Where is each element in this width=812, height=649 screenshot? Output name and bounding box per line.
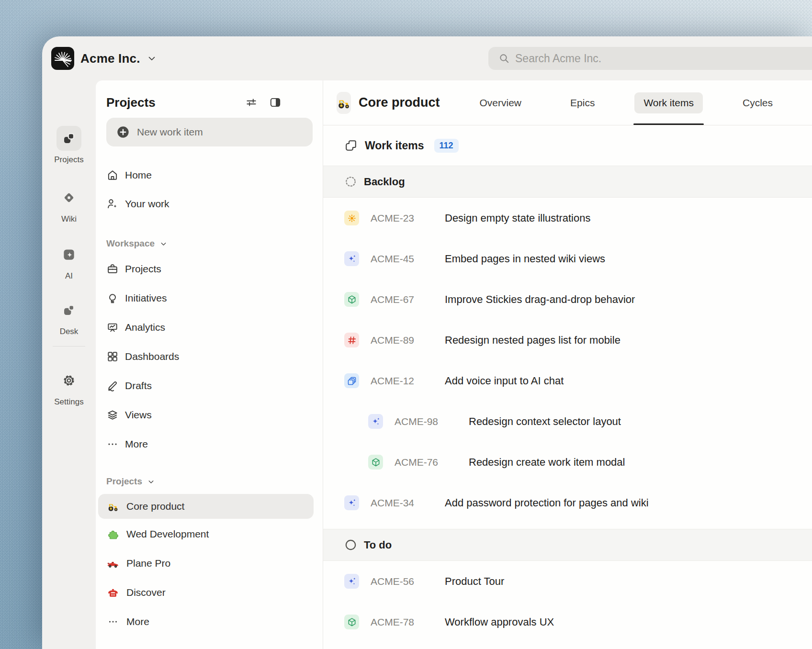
main-content: Core product OverviewEpicsWork itemsCycl… <box>323 80 812 649</box>
sidebar-item-drafts[interactable]: Drafts <box>96 375 323 396</box>
search-icon <box>498 53 510 64</box>
sidebar-project-label: Wed Development <box>126 528 209 540</box>
work-item-row[interactable]: ACME-67Improve Stickies drag-and-drop be… <box>323 279 812 320</box>
grid-icon <box>106 350 119 363</box>
work-item-row[interactable]: ACME-98Redesign context selector layout <box>323 401 812 442</box>
work-item-row[interactable]: ACME-78Workflow approvals UX <box>323 602 812 642</box>
pen-icon <box>106 380 119 392</box>
group-header-to-do[interactable]: To do <box>323 529 812 561</box>
new-work-item-button[interactable]: New work item <box>106 118 313 146</box>
puzzle-emoji <box>106 528 120 540</box>
home-icon <box>106 169 119 181</box>
work-item-title: Redesign context selector layout <box>469 415 621 428</box>
group-label: Backlog <box>364 176 405 188</box>
sidebar-project-label: Core product <box>126 501 184 512</box>
work-item-row[interactable]: ACME-12Add voice input to AI chat <box>323 360 812 401</box>
sun-type-icon <box>344 211 359 225</box>
content-panel: Projects New work item HomeYour workWork… <box>96 80 812 649</box>
workspace-switcher[interactable]: Acme Inc. <box>51 47 157 70</box>
cube-type-icon <box>368 455 383 470</box>
sidebar-item-home[interactable]: Home <box>96 165 323 186</box>
rail-item-label: Wiki <box>61 214 77 224</box>
rail-item-wiki[interactable]: Wiki <box>42 185 96 224</box>
project-emoji-tile <box>337 92 351 114</box>
search-placeholder: Search Acme Inc. <box>515 52 601 65</box>
sidebar-title: Projects <box>106 95 156 110</box>
ai-tile-icon <box>62 247 76 262</box>
work-item-title: Add password protection for pages and wi… <box>445 497 649 509</box>
rail-item-desk[interactable]: Desk <box>42 298 96 336</box>
new-work-item-label: New work item <box>137 126 203 138</box>
workspace-logo <box>51 47 74 70</box>
sidebar-item-analytics[interactable]: Analytics <box>96 317 323 338</box>
top-bar: Acme Inc. Search Acme Inc. <box>42 36 812 80</box>
work-items-header: Work items 112 <box>323 125 812 166</box>
sidebar-section-projects[interactable]: Projects <box>96 475 323 488</box>
sidebar-item-label: More <box>125 438 148 450</box>
work-item-id: ACME-89 <box>371 335 445 346</box>
sidebar-item-dashboards[interactable]: Dashboards <box>96 346 323 367</box>
sidebar-item-label: Views <box>125 409 152 421</box>
sidebar-item-your-work[interactable]: Your work <box>96 193 323 214</box>
tab-cycles[interactable]: Cycles <box>733 80 782 125</box>
person-star-icon <box>106 198 119 210</box>
work-item-id: ACME-45 <box>371 253 445 265</box>
sidebar-project-wed-development[interactable]: Wed Development <box>96 524 323 545</box>
group-header-backlog[interactable]: Backlog <box>323 166 812 198</box>
sidebar-item-projects[interactable]: Projects <box>96 258 323 280</box>
work-item-id: ACME-76 <box>395 457 469 468</box>
work-item-row[interactable]: ACME-45Embed pages in nested wiki views <box>323 238 812 279</box>
sidebar-section-workspace[interactable]: Workspace <box>96 237 323 250</box>
search-input[interactable]: Search Acme Inc. <box>488 47 812 70</box>
tab-epics[interactable]: Epics <box>561 80 604 125</box>
work-item-row[interactable]: ACME-34Add password protection for pages… <box>323 482 812 523</box>
app-window: Acme Inc. Search Acme Inc. ProjectsWikiA… <box>42 36 812 649</box>
sidebar-project-label: Plane Pro <box>126 558 170 569</box>
sparkles-type-icon <box>344 495 359 510</box>
workspace-name: Acme Inc. <box>80 51 140 66</box>
cube-type-icon <box>344 615 359 629</box>
desk-icon <box>62 303 76 317</box>
work-item-id: ACME-23 <box>371 213 445 224</box>
dashed-circle-icon <box>344 175 357 188</box>
rail-item-projects[interactable]: Projects <box>42 126 96 165</box>
work-item-row[interactable]: ACME-76Redesign create work item modal <box>323 442 812 482</box>
work-items-icon <box>344 139 358 152</box>
plus-circle-icon <box>116 125 130 139</box>
rail-item-label: Settings <box>54 397 83 407</box>
sidebar-project-core-product[interactable]: Core product <box>98 494 314 519</box>
tractor-emoji <box>106 500 120 513</box>
sidebar-item-label: Your work <box>125 198 169 210</box>
rail-item-ai[interactable]: AI <box>42 242 96 281</box>
rail-item-label: Desk <box>60 327 79 336</box>
sidebar-item-label: Analytics <box>125 322 165 333</box>
tab-label: Epics <box>561 92 604 113</box>
sidebar-project-discover[interactable]: Discover <box>96 582 323 603</box>
work-item-row[interactable]: ACME-89Redesign nested pages list for mo… <box>323 320 812 360</box>
sidebar-item-label: Dashboards <box>125 351 179 362</box>
work-item-row[interactable]: ACME-23Design empty state illustrations <box>323 198 812 238</box>
cube-type-icon <box>344 292 359 307</box>
section-gap <box>323 523 812 529</box>
projects-rail-icon <box>62 131 76 145</box>
sidebar-project-plane-pro[interactable]: Plane Pro <box>96 553 323 574</box>
bulb-icon <box>106 292 119 304</box>
work-item-row[interactable]: ACME-56Product Tour <box>323 561 812 602</box>
wiki-diamond-icon <box>62 190 76 205</box>
sidebar-item-initiatives[interactable]: Initiatives <box>96 288 323 309</box>
briefcase-icon <box>106 263 119 275</box>
pages-type-icon <box>344 373 359 388</box>
chevron-down-icon <box>159 240 168 248</box>
sliders-icon[interactable] <box>245 96 258 109</box>
tab-overview[interactable]: Overview <box>471 80 531 125</box>
work-item-title: Embed pages in nested wiki views <box>445 253 605 265</box>
work-item-id: ACME-34 <box>371 497 445 509</box>
panel-toggle-icon[interactable] <box>269 96 282 109</box>
tab-work-items[interactable]: Work items <box>634 80 703 125</box>
sidebar-item-more[interactable]: More <box>96 434 323 455</box>
sidebar-project-label: More <box>126 616 149 627</box>
sidebar-item-views[interactable]: Views <box>96 404 323 425</box>
rail-item-settings[interactable]: Settings <box>42 368 96 407</box>
work-item-title: Redesign create work item modal <box>469 456 625 469</box>
sidebar-project-more[interactable]: More <box>96 611 323 632</box>
